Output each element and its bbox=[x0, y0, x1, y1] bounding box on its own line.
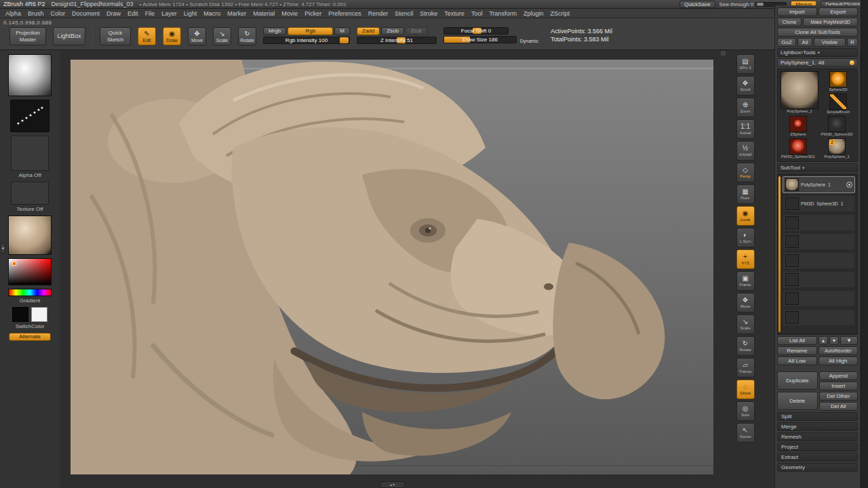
active-tool-row[interactable]: PolySphere_1. 48 bbox=[777, 58, 858, 67]
see-through-handle[interactable] bbox=[757, 3, 764, 6]
subtool-down-arrow-button[interactable]: ▼ bbox=[840, 336, 858, 345]
menu-item[interactable]: Edit bbox=[124, 9, 142, 18]
menu-item[interactable]: ZScript bbox=[547, 9, 574, 18]
zsphere-tool-thumbnail[interactable] bbox=[789, 116, 807, 132]
rotate-mode-button[interactable]: ↻ Rotate bbox=[238, 27, 256, 45]
menu-item[interactable]: Marker bbox=[224, 9, 250, 18]
color-picker[interactable] bbox=[8, 258, 52, 285]
del-all-button[interactable]: Del All bbox=[819, 402, 859, 411]
dynamic-label[interactable]: Dynamic bbox=[520, 39, 538, 43]
rgb-intensity-slider[interactable]: Rgb Intensity 100 bbox=[263, 37, 350, 44]
right-shelf-button[interactable]: ◇ Persp bbox=[736, 163, 755, 182]
right-shelf-button[interactable]: ◉ Local bbox=[736, 206, 755, 226]
lightbox-button[interactable]: LightBox bbox=[53, 27, 85, 45]
right-shelf-button[interactable]: ✥ Scroll bbox=[736, 76, 755, 96]
pm3d-sphere3d1-tool-thumbnail[interactable] bbox=[789, 138, 807, 155]
subtool-row[interactable] bbox=[783, 290, 855, 307]
right-shelf-button[interactable]: ▱ Transp bbox=[736, 358, 755, 378]
edit-mode-button[interactable]: ✎ Edit bbox=[138, 27, 156, 45]
subtool-row[interactable] bbox=[783, 309, 855, 326]
goz-visible-button[interactable]: Visible bbox=[814, 38, 846, 47]
menu-item[interactable]: Render bbox=[365, 9, 392, 18]
insert-button[interactable]: Insert bbox=[819, 382, 859, 390]
hue-bar[interactable] bbox=[8, 289, 52, 296]
main-color-swatch[interactable] bbox=[12, 307, 28, 322]
projection-master-button[interactable]: Projection Master bbox=[9, 27, 46, 45]
merge-section-header[interactable]: Merge bbox=[777, 422, 858, 431]
menu-item[interactable]: Preferences bbox=[325, 9, 365, 18]
right-shelf-button[interactable]: ↘ Scale bbox=[736, 314, 755, 334]
menu-item[interactable]: File bbox=[142, 9, 159, 18]
right-shelf-button[interactable]: ½ AAHalf bbox=[736, 141, 755, 161]
left-tray-collapse-handle[interactable]: ◂ bbox=[0, 243, 5, 253]
right-shelf-button[interactable]: ⊕ Zoom bbox=[736, 98, 755, 117]
rgb-button[interactable]: Rgb bbox=[288, 27, 333, 35]
zsub-button[interactable]: Zsub bbox=[381, 27, 404, 35]
menu-item[interactable]: Transform bbox=[486, 9, 520, 18]
draw-size-slider[interactable]: Draw Size 186 bbox=[443, 36, 517, 43]
goz-r-button[interactable]: R bbox=[847, 38, 858, 47]
right-shelf-button[interactable]: + XYZ bbox=[736, 249, 755, 269]
draw-mode-button[interactable]: ◉ Draw bbox=[163, 27, 181, 45]
switch-color-control[interactable] bbox=[12, 307, 47, 322]
del-other-button[interactable]: Del Other bbox=[819, 392, 859, 401]
menu-item[interactable]: Macro bbox=[200, 9, 224, 18]
menu-item[interactable]: Draw bbox=[103, 9, 124, 18]
menu-item[interactable]: Light bbox=[180, 9, 201, 18]
subtool-row[interactable] bbox=[783, 233, 855, 250]
all-high-button[interactable]: All High bbox=[818, 357, 859, 365]
goz-all-button[interactable]: All bbox=[797, 38, 812, 47]
menu-item[interactable]: Texture bbox=[441, 9, 468, 18]
current-stroke-thumbnail[interactable] bbox=[10, 100, 50, 132]
subtool-row[interactable] bbox=[783, 271, 855, 288]
switchcolor-label[interactable]: SwitchColor bbox=[16, 324, 45, 329]
menu-item[interactable]: Tool bbox=[468, 9, 486, 18]
menu-item[interactable]: Color bbox=[47, 9, 69, 18]
delete-button[interactable]: Delete bbox=[777, 392, 818, 410]
menu-item[interactable]: Movie bbox=[278, 9, 301, 18]
menu-item[interactable]: Zplugin bbox=[520, 9, 547, 18]
lightbox-tools-header[interactable]: Lightbox›Tools ▾ bbox=[777, 48, 858, 57]
move-subtool-down-button[interactable]: ▼ bbox=[829, 336, 839, 345]
goz-button[interactable]: GoZ bbox=[777, 38, 796, 47]
menu-item[interactable]: Material bbox=[250, 9, 278, 18]
mrgb-button[interactable]: Mrgb bbox=[263, 27, 286, 35]
alternate-button[interactable]: Alternate bbox=[9, 333, 51, 341]
right-shelf-button[interactable]: ◐ L.Sym bbox=[736, 228, 755, 247]
polysphere-tool-thumbnail[interactable]: 2 bbox=[828, 138, 846, 155]
split-section-header[interactable]: Split bbox=[777, 412, 858, 421]
tool-slider-knob-icon[interactable] bbox=[850, 60, 854, 65]
canvas-tray-toggle[interactable] bbox=[720, 50, 726, 56]
subtool-row[interactable] bbox=[783, 252, 855, 269]
menu-item[interactable]: Alpha bbox=[2, 9, 24, 18]
project-section-header[interactable]: Project bbox=[777, 443, 858, 451]
color-picker-marker[interactable] bbox=[12, 262, 16, 266]
geometry-section-header[interactable]: Geometry bbox=[777, 463, 858, 472]
bottom-tray-handle[interactable]: ▴▾ bbox=[380, 481, 405, 488]
z-intensity-slider[interactable]: Z Intensity 51 bbox=[357, 37, 437, 44]
quick-sketch-button[interactable]: Quick Sketch bbox=[100, 27, 131, 45]
export-button[interactable]: Export bbox=[818, 7, 859, 16]
zcut-button[interactable]: Zcut bbox=[406, 27, 427, 35]
subtool-row[interactable]: PM3D_Sphere3D_1 bbox=[783, 195, 855, 212]
subtool-header[interactable]: SubTool ▾ bbox=[777, 163, 858, 172]
menu-item[interactable]: Stencil bbox=[391, 9, 416, 18]
right-shelf-button[interactable]: ◎ Solo bbox=[736, 401, 755, 421]
right-shelf-button[interactable]: ◌ Ghost bbox=[736, 380, 755, 399]
move-mode-button[interactable]: ✥ Move bbox=[188, 27, 206, 45]
move-subtool-up-button[interactable]: ▲ bbox=[818, 336, 828, 345]
duplicate-button[interactable]: Duplicate bbox=[777, 371, 818, 390]
focal-shift-slider[interactable]: Focal Shift 0 bbox=[443, 27, 509, 35]
right-shelf-button[interactable]: ↻ Rotate bbox=[736, 336, 755, 356]
visibility-eye-icon[interactable] bbox=[846, 182, 852, 188]
extract-section-header[interactable]: Extract bbox=[777, 453, 858, 462]
right-shelf-button[interactable]: ↖ Xpose bbox=[736, 423, 755, 443]
right-tray-edge[interactable] bbox=[861, 0, 868, 488]
remesh-section-header[interactable]: Remesh bbox=[777, 432, 858, 441]
texture-thumbnail[interactable] bbox=[11, 182, 49, 205]
clone-button[interactable]: Clone bbox=[777, 18, 802, 26]
right-shelf-button[interactable]: ✥ Move bbox=[736, 293, 755, 312]
alpha-thumbnail[interactable] bbox=[11, 136, 49, 171]
autoreorder-button[interactable]: AutoReorder bbox=[818, 346, 859, 355]
material-thumbnail[interactable] bbox=[8, 216, 52, 255]
